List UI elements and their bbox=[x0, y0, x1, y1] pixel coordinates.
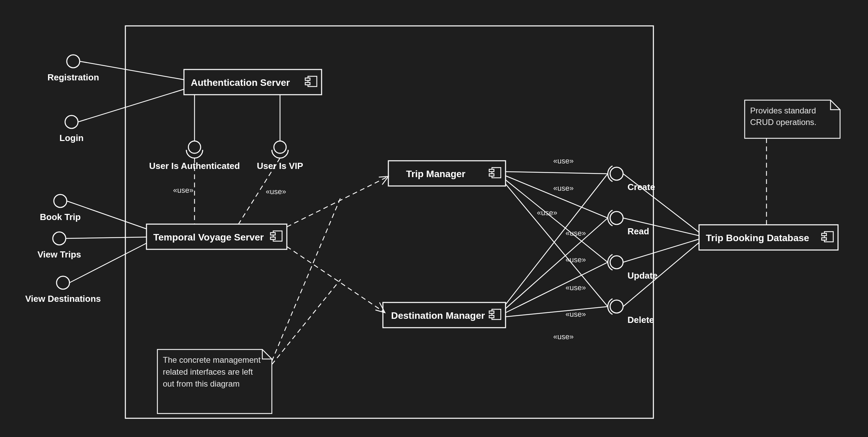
label-create: Create bbox=[627, 182, 655, 192]
interface-login: Login bbox=[60, 115, 84, 143]
component-icon bbox=[489, 309, 501, 319]
component-destination-manager: Destination Manager bbox=[383, 302, 506, 328]
svg-point-6 bbox=[53, 232, 66, 245]
svg-point-20 bbox=[610, 256, 623, 269]
conn-viewtrips-tvs bbox=[66, 237, 146, 238]
use-label-3: «use» bbox=[553, 157, 574, 165]
component-trip-manager: Trip Manager bbox=[388, 161, 506, 186]
note-anchor-2 bbox=[272, 279, 341, 364]
svg-point-12 bbox=[274, 141, 286, 153]
interface-view-trips: View Trips bbox=[37, 232, 81, 260]
interface-update: Update bbox=[608, 254, 657, 281]
interface-delete: Delete bbox=[608, 299, 654, 325]
svg-line-25 bbox=[506, 184, 608, 307]
svg-line-28 bbox=[506, 262, 608, 313]
component-icon bbox=[822, 232, 833, 242]
svg-point-3 bbox=[67, 55, 80, 68]
dep-tvs-tripmgr bbox=[287, 176, 388, 227]
component-trip-booking-database: Trip Booking Database bbox=[699, 225, 838, 250]
svg-line-14 bbox=[287, 176, 388, 227]
label-registration: Registration bbox=[47, 72, 99, 82]
svg-point-4 bbox=[65, 115, 78, 128]
svg-point-18 bbox=[610, 167, 623, 180]
note-anchor-1 bbox=[272, 198, 341, 361]
label-db: Trip Booking Database bbox=[706, 233, 809, 243]
svg-point-21 bbox=[610, 300, 623, 313]
use-label-8: «use» bbox=[565, 283, 586, 292]
use-label-2: «use» bbox=[266, 187, 286, 196]
interface-registration: Registration bbox=[47, 55, 99, 82]
component-icon bbox=[270, 231, 282, 241]
interface-view-destinations: View Destinations bbox=[25, 276, 101, 304]
use-label-7: «use» bbox=[565, 255, 586, 264]
use-label-6: «use» bbox=[565, 229, 586, 237]
label-view-dest: View Destinations bbox=[25, 294, 101, 304]
label-tvs: Temporal Voyage Server bbox=[153, 232, 264, 243]
use-label-9: «use» bbox=[565, 310, 586, 318]
use-label-1: «use» bbox=[173, 186, 193, 194]
label-update: Update bbox=[627, 270, 657, 281]
db-crud-conns bbox=[623, 174, 699, 307]
component-icon bbox=[305, 76, 317, 87]
svg-line-15 bbox=[287, 247, 385, 313]
component-icon bbox=[489, 168, 501, 178]
interface-user-is-vip: User Is VIP bbox=[257, 95, 303, 171]
note-crud: Provides standard CRUD operations. bbox=[745, 100, 840, 138]
svg-line-29 bbox=[506, 307, 608, 317]
note-crud-text: Provides standard CRUD operations. bbox=[750, 106, 817, 127]
use-label-4: «use» bbox=[553, 184, 574, 192]
svg-point-19 bbox=[610, 212, 623, 224]
svg-point-7 bbox=[57, 276, 69, 289]
component-authentication-server: Authentication Server bbox=[184, 69, 322, 95]
label-delete: Delete bbox=[627, 315, 654, 325]
label-auth-server: Authentication Server bbox=[191, 77, 290, 88]
use-label-5: «use» bbox=[537, 208, 557, 217]
use-label-10: «use» bbox=[553, 332, 574, 341]
component-temporal-voyage-server: Temporal Voyage Server bbox=[146, 224, 287, 249]
label-trip-mgr: Trip Manager bbox=[406, 169, 465, 179]
label-book-trip: Book Trip bbox=[40, 212, 81, 222]
label-login: Login bbox=[60, 133, 84, 143]
svg-line-27 bbox=[506, 218, 608, 309]
interface-create: Create bbox=[608, 166, 655, 192]
note-mgmt-text: The concrete management related interfac… bbox=[163, 355, 261, 388]
label-dest-mgr: Destination Manager bbox=[391, 310, 485, 321]
svg-line-26 bbox=[506, 174, 608, 305]
label-view-trips: View Trips bbox=[37, 249, 81, 260]
svg-line-22 bbox=[506, 172, 608, 174]
svg-line-32 bbox=[623, 239, 699, 262]
interface-book-trip: Book Trip bbox=[40, 194, 81, 222]
note-mgmt-interfaces: The concrete management related interfac… bbox=[157, 349, 272, 413]
svg-point-10 bbox=[188, 141, 201, 153]
label-user-vip: User Is VIP bbox=[257, 161, 303, 171]
svg-point-5 bbox=[54, 194, 67, 207]
svg-line-30 bbox=[623, 174, 699, 232]
interface-read: Read bbox=[608, 210, 649, 236]
conn-login-auth bbox=[78, 89, 184, 122]
label-read: Read bbox=[627, 226, 649, 236]
dep-tvs-destmgr bbox=[287, 247, 385, 313]
